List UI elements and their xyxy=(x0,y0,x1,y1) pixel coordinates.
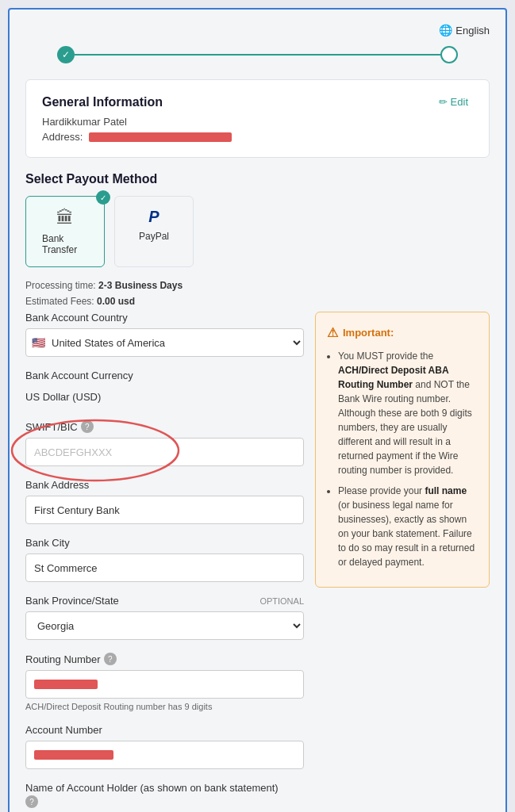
currency-label: Bank Account Currency xyxy=(25,370,304,381)
processing-label: Processing time: xyxy=(25,280,96,291)
important-list: You MUST provide the ACH/Direct Deposit … xyxy=(327,349,478,569)
top-bar: 🌐 English xyxy=(25,17,490,46)
province-label: Bank Province/State OPTIONAL xyxy=(25,595,304,607)
routing-help-icon[interactable]: ? xyxy=(104,653,117,665)
province-select[interactable]: Georgia xyxy=(25,611,304,640)
user-name: Hardikkumar Patel xyxy=(42,116,473,128)
account-number-redacted xyxy=(34,750,113,760)
account-number-input-wrapper[interactable] xyxy=(25,741,304,769)
country-group: Bank Account Country 🇺🇸 United States of… xyxy=(25,312,304,357)
swift-label: SWIFT/BIC ? xyxy=(25,420,304,433)
general-info-card: General Information ✏ Edit Hardikkumar P… xyxy=(25,79,490,158)
language-label: English xyxy=(455,25,490,36)
form-section: Bank Account Country 🇺🇸 United States of… xyxy=(25,312,304,812)
general-info-title: General Information xyxy=(42,95,163,109)
address-row: Address: xyxy=(42,131,473,143)
bank-icon: 🏛 xyxy=(56,208,74,228)
progress-bar: ✓ xyxy=(25,46,490,79)
edit-icon: ✏ xyxy=(439,96,448,108)
important-bullet-2: Please provide your full name (or busine… xyxy=(338,484,478,569)
edit-label: Edit xyxy=(451,96,468,108)
address-label: Address: xyxy=(42,131,83,143)
payout-methods: ✓ 🏛 Bank Transfer P PayPal xyxy=(25,196,490,267)
bank-city-input[interactable] xyxy=(25,553,304,582)
account-number-label: Account Number xyxy=(25,724,304,736)
bank-address-group: Bank Address xyxy=(25,479,304,524)
processing-value: 2-3 Business Days xyxy=(98,280,183,291)
fees-value: 0.00 usd xyxy=(97,296,135,307)
processing-info: Processing time: 2-3 Business Days xyxy=(25,280,490,291)
important-box: ⚠ Important: You MUST provide the ACH/Di… xyxy=(315,312,490,588)
language-icon: 🌐 xyxy=(439,24,452,36)
routing-label: Routing Number ? xyxy=(25,653,304,665)
currency-value: US Dollar (USD) xyxy=(25,386,304,408)
routing-hint: ACH/Direct Deposit Routing number has 9 … xyxy=(25,702,304,711)
bank-address-label: Bank Address xyxy=(25,479,304,491)
account-holder-label: Name of Account Holder (as shown on bank… xyxy=(25,782,304,808)
bank-transfer-label: Bank Transfer xyxy=(42,233,88,255)
swift-input[interactable] xyxy=(25,438,304,466)
warning-icon: ⚠ xyxy=(327,324,338,343)
bank-city-label: Bank City xyxy=(25,537,304,549)
swift-group: SWIFT/BIC ? xyxy=(25,420,304,466)
bank-city-group: Bank City xyxy=(25,537,304,582)
important-bullet-1: You MUST provide the ACH/Direct Deposit … xyxy=(338,349,478,477)
payout-section-title: Select Payout Method xyxy=(25,172,490,186)
page-container: 🌐 English ✓ General Information ✏ Edit H… xyxy=(8,8,507,812)
bank-address-input[interactable] xyxy=(25,496,304,524)
country-select-wrapper: 🇺🇸 United States of America xyxy=(25,328,304,357)
routing-input-wrapper[interactable] xyxy=(25,670,304,699)
fees-info: Estimated Fees: 0.00 usd xyxy=(25,296,490,307)
edit-button[interactable]: ✏ Edit xyxy=(434,94,473,109)
fees-label: Estimated Fees: xyxy=(25,296,94,307)
account-holder-group: Name of Account Holder (as shown on bank… xyxy=(25,782,304,812)
routing-redacted xyxy=(34,680,98,689)
payout-bank-transfer[interactable]: ✓ 🏛 Bank Transfer xyxy=(25,196,105,267)
language-selector[interactable]: 🌐 English xyxy=(439,24,490,36)
payout-paypal[interactable]: P PayPal xyxy=(114,196,194,267)
progress-step-1: ✓ xyxy=(57,46,75,63)
optional-badge: OPTIONAL xyxy=(259,596,304,606)
account-number-group: Account Number xyxy=(25,724,304,769)
card-header: General Information ✏ Edit xyxy=(42,94,473,109)
progress-step-2 xyxy=(440,46,458,63)
country-select[interactable]: United States of America xyxy=(25,328,304,357)
important-title: Important: xyxy=(343,325,394,341)
paypal-label: PayPal xyxy=(139,231,169,242)
account-holder-help-icon[interactable]: ? xyxy=(25,795,38,808)
progress-line xyxy=(75,54,440,56)
currency-group: Bank Account Currency US Dollar (USD) xyxy=(25,370,304,408)
address-redacted xyxy=(89,132,232,142)
country-label: Bank Account Country xyxy=(25,312,304,324)
important-header: ⚠ Important: xyxy=(327,324,478,343)
info-panel: ⚠ Important: You MUST provide the ACH/Di… xyxy=(315,312,490,812)
payout-section: Select Payout Method ✓ 🏛 Bank Transfer P… xyxy=(25,172,490,307)
paypal-icon: P xyxy=(148,208,159,226)
selected-check: ✓ xyxy=(96,190,110,205)
routing-group: Routing Number ? ACH/Direct Deposit Rout… xyxy=(25,653,304,711)
swift-help-icon[interactable]: ? xyxy=(81,420,94,433)
main-content: Bank Account Country 🇺🇸 United States of… xyxy=(25,312,490,812)
province-group: Bank Province/State OPTIONAL Georgia xyxy=(25,595,304,640)
